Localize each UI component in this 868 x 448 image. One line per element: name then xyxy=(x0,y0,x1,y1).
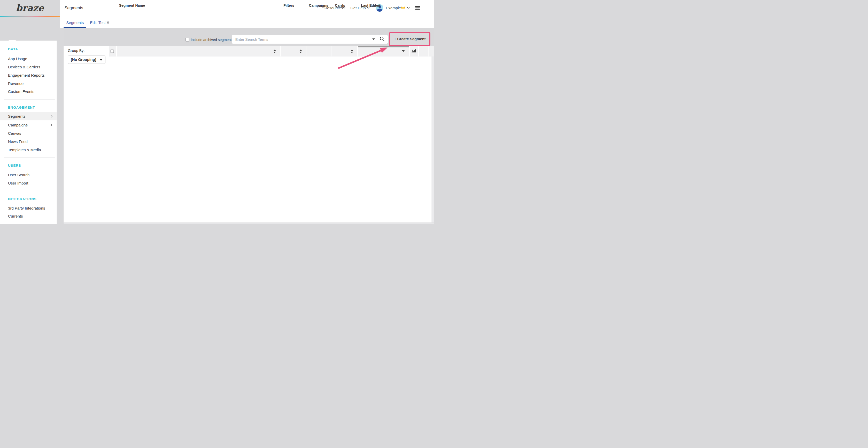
header-divider xyxy=(418,46,419,57)
sidebar-item-news-feed[interactable]: News Feed xyxy=(0,139,57,144)
search-input[interactable] xyxy=(232,35,388,44)
chevron-down-icon xyxy=(407,7,410,9)
workspace-selector[interactable]: b Mixpanel Demo Mixpanel Demo xyxy=(0,17,60,41)
braze-dashboard: braze b Mixpanel Demo Mixpanel Demo DATA… xyxy=(0,0,434,224)
sidebar-item-segments-label: Segments xyxy=(0,113,57,119)
header-divider xyxy=(116,46,117,57)
sidebar-item-segments[interactable]: Segments xyxy=(0,112,57,120)
select-all-checkbox[interactable] xyxy=(111,49,114,53)
hamburger-menu-icon[interactable] xyxy=(415,6,420,10)
header-divider xyxy=(409,46,409,57)
sidebar-item-templates-media[interactable]: Templates & Media xyxy=(0,147,57,152)
sort-icon[interactable] xyxy=(351,49,353,53)
sidebar-heading-users: USERS xyxy=(8,164,21,168)
column-campaigns[interactable]: Campaigns xyxy=(309,3,328,7)
sorted-column-indicator xyxy=(358,46,409,47)
header-divider xyxy=(357,46,358,57)
column-filters[interactable]: Filters xyxy=(283,3,294,7)
table-body xyxy=(109,57,434,223)
include-archived-label: Include archived segments xyxy=(191,38,234,42)
sidebar-item-app-usage[interactable]: App Usage xyxy=(0,56,57,61)
search-dropdown-caret-icon[interactable] xyxy=(372,38,375,40)
annotation-highlight-box: + Create Segment xyxy=(389,32,430,46)
group-by-select[interactable]: [No Grouping] xyxy=(68,56,106,64)
header-divider xyxy=(306,46,306,57)
braze-logo-text: braze xyxy=(16,3,44,13)
sidebar-divider xyxy=(4,99,55,99)
sidebar-heading-data: DATA xyxy=(8,47,18,51)
header-divider xyxy=(280,46,281,57)
sort-icon[interactable] xyxy=(274,49,276,53)
tab-segments[interactable]: Segments xyxy=(66,21,84,25)
last-edited-caret-icon[interactable] xyxy=(402,50,405,52)
tab-close-icon[interactable]: ✖ xyxy=(107,21,110,25)
sidebar-item-3rd-party-integrations[interactable]: 3rd Party Integrations xyxy=(0,205,57,211)
header-divider xyxy=(332,46,332,57)
sidebar-item-custom-events[interactable]: Custom Events xyxy=(0,89,57,94)
tab-edit-test[interactable]: Edit 'Test' xyxy=(90,21,106,25)
braze-logo: braze xyxy=(0,0,60,16)
sidebar-item-devices-carriers[interactable]: Devices & Carriers xyxy=(0,64,57,69)
group-by-value: [No Grouping] xyxy=(71,58,96,62)
sidebar-heading-integrations: INTEGRATIONS xyxy=(8,197,36,201)
sidebar-item-engagement-reports[interactable]: Engagement Reports xyxy=(0,72,57,78)
select-caret-icon xyxy=(100,59,102,61)
crown-icon xyxy=(400,5,405,9)
header-divider xyxy=(429,46,429,57)
sidebar-item-revenue[interactable]: Revenue xyxy=(0,80,57,86)
column-segment-name[interactable]: Segment Name xyxy=(119,3,145,7)
logo-band: braze xyxy=(0,0,60,16)
horizontal-scrollbar-track[interactable] xyxy=(64,223,434,224)
user-name[interactable]: Example xyxy=(386,6,401,10)
create-segment-label: Create Segment xyxy=(397,37,426,41)
tab-bar xyxy=(60,16,434,28)
sidebar-item-campaigns[interactable]: Campaigns xyxy=(0,122,57,128)
sidebar-item-currents[interactable]: Currents xyxy=(0,213,57,219)
sidebar-item-canvas[interactable]: Canvas xyxy=(0,131,57,136)
sidebar-item-user-import[interactable]: User Import xyxy=(0,180,57,186)
column-last-edited[interactable]: Last Edited xyxy=(361,3,380,7)
page-title: Segments xyxy=(65,5,83,10)
search-icon[interactable] xyxy=(379,36,385,41)
create-segment-button[interactable]: + Create Segment xyxy=(390,33,429,45)
sort-icon[interactable] xyxy=(300,49,302,53)
table-header xyxy=(109,46,434,57)
include-archived-checkbox[interactable] xyxy=(185,38,189,41)
bar-chart-icon[interactable] xyxy=(411,49,416,54)
group-by-panel: Group By: [No Grouping] xyxy=(64,46,109,223)
chevron-right-icon xyxy=(51,124,53,127)
sidebar-item-user-search[interactable]: User Search xyxy=(0,172,57,177)
chevron-right-icon xyxy=(51,115,53,118)
group-by-label: Group By: xyxy=(68,49,85,53)
sidebar-heading-engagement: ENGAGEMENT xyxy=(8,106,35,109)
column-cards[interactable]: Cards xyxy=(335,3,345,7)
plus-icon: + xyxy=(394,37,397,41)
vertical-scrollbar-track[interactable] xyxy=(431,57,434,223)
